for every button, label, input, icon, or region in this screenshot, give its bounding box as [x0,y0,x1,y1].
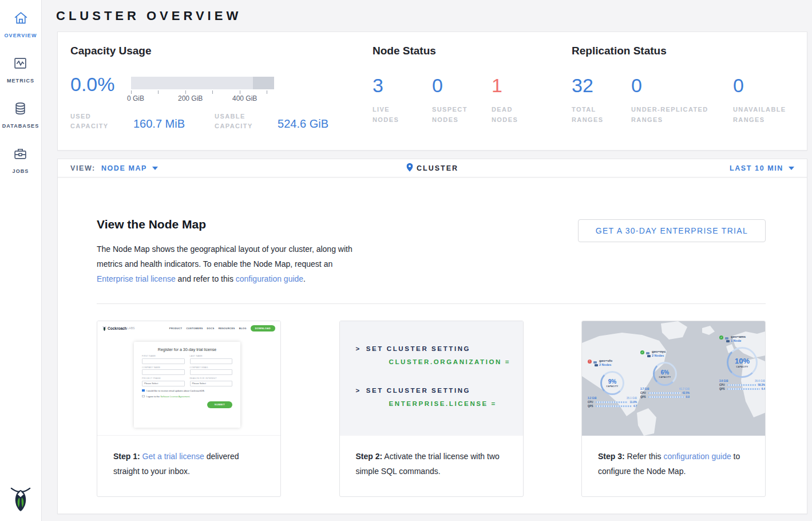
mini-input [142,358,185,364]
main-content: CLUSTER OVERVIEW Capacity Usage 0.0% 0 G… [42,9,812,514]
capacity-gauge: 0 GiB 200 GiB 400 GiB [131,77,274,102]
region-capacity-pct: 6% [661,369,669,376]
mini-form-title: Register for a 30-day trial license [142,348,232,352]
mini-input [142,369,185,375]
cluster-summary-card: Capacity Usage 0.0% 0 GiB 200 GiB 400 Gi… [57,31,807,151]
view-label: VIEW: [70,164,96,172]
region-node-count: 1 Node [731,339,746,342]
total-ranges-value: 32 [572,74,631,96]
mini-submit-button: SUBMIT [207,401,232,408]
view-value: NODE MAP [101,164,147,172]
capacity-gauge-bar [131,77,274,89]
healthy-badge-icon: ✓ [719,336,723,340]
suspect-nodes-stat: 0 SUSPECT NODES [432,74,492,125]
region-total: 36.6 GiB [755,380,765,382]
brand-name: Cockroach [108,326,127,330]
chevron-down-icon [789,167,794,170]
mini-field-label: REASON FOR INTEREST [190,377,233,380]
map-node-nyc: ✓ geo=nyc 2 Nodes 6% CAPACITY [640,350,690,398]
view-selector[interactable]: VIEW: NODE MAP [70,164,158,172]
enterprise-trial-button[interactable]: GET A 30-DAY ENTERPRISE TRIAL [578,219,766,242]
region-node-count: 2 Nodes [652,354,666,357]
sidebar-item-overview[interactable]: OVERVIEW [4,10,37,38]
chevron-down-icon [152,167,158,170]
sql-commands-illustration: >SET CLUSTER SETTING CLUSTER.ORGANIZATIO… [340,321,523,436]
sidebar-item-label: DATABASES [2,123,39,129]
node-status-title: Node Status [373,45,572,57]
qps-bar [648,396,684,398]
mini-nav-item: PRODUCT [169,327,183,330]
mini-register-form: Register for a 30-day trial license FIRS… [134,342,240,428]
sidebar-item-label: JOBS [13,168,29,174]
map-node-sfo: ! geo=sfo 2 Nodes 9% CAPACITY [588,359,637,408]
used-capacity-value: 160.7 MiB [133,117,185,131]
replication-status-title: Replication Status [572,45,793,57]
node-map-preview-image: ! geo=sfo 2 Nodes 9% CAPACITY [582,321,765,436]
node-map-panel: View the Node Map The Node Map shows the… [57,177,807,514]
live-nodes-label: LIVE NODES [373,104,413,125]
sidebar-item-metrics[interactable]: METRICS [7,56,34,84]
step-2-prefix: Step 2: [356,452,383,461]
live-nodes-value: 3 [373,74,432,96]
page-title: CLUSTER OVERVIEW [56,9,807,23]
cockroach-labs-logo[interactable] [10,486,31,514]
step-2-card: >SET CLUSTER SETTING CLUSTER.ORGANIZATIO… [339,321,524,497]
region-total: 35.1 GiB [627,397,637,400]
suspect-nodes-label: SUSPECT NODES [432,104,478,125]
sidebar-item-jobs[interactable]: JOBS [13,146,29,174]
enterprise-trial-license-link[interactable]: Enterprise trial license [97,274,176,283]
map-node-ams: ✓ geo=ams 1 Node 10% CAPACITY [719,335,765,390]
sidebar-item-databases[interactable]: DATABASES [2,101,39,129]
mini-field-label: COMPANY NAME [142,366,185,369]
nodes-cube-icon [646,350,651,360]
configuration-guide-link[interactable]: configuration guide [236,274,303,283]
mini-field-label: COMPANY EMAIL [190,366,233,369]
mini-field-label: PROJECT PHASE [142,377,185,380]
unavailable-ranges-value: 0 [733,74,793,96]
region-used: 3.2 GiB [588,397,597,400]
region-used: 3.6 GiB [719,380,728,382]
mini-select: Please Select [142,381,185,386]
trial-license-site-screenshot: Cockroach LABS PRODUCT CUSTOMERS DOCS RE… [97,321,280,436]
healthy-badge-icon: ✓ [640,350,644,354]
qps-bar [596,405,632,407]
region-name: geo=nyc [652,350,666,353]
capacity-label: CAPACITY [659,376,671,378]
get-trial-license-link[interactable]: Get a trial license [142,452,204,461]
mini-nav-item: BLOG [239,327,247,330]
mini-download-button: DOWNLOAD [251,325,275,331]
capacity-ring-gauge: 6% CAPACITY [653,362,677,386]
cpu-value: 11.0% [629,401,637,404]
time-range-selector[interactable]: LAST 10 MIN [730,164,794,172]
cpu-label: CPU [588,401,594,404]
under-replicated-stat: 0 UNDER-REPLICATED RANGES [631,74,733,125]
cockroach-labs-mini-logo: Cockroach LABS [102,326,135,331]
configuration-guide-link[interactable]: configuration guide [663,452,731,461]
capacity-usage-title: Capacity Usage [70,45,373,57]
cpu-bar [596,401,628,403]
usable-capacity-value: 524.6 GiB [278,117,328,131]
view-bar: VIEW: NODE MAP CLUSTER LAST 10 MIN [57,159,807,177]
sql-command: SET CLUSTER SETTING [366,387,470,394]
step-3-prefix: Step 3: [598,452,625,461]
node-map-description: The Node Map shows the geographical layo… [97,242,359,286]
caption-text: Refer this [625,452,664,461]
cpu-bar [648,392,680,394]
region-capacity-pct: 9% [608,378,616,385]
mini-field-label: FIRST NAME [142,355,185,357]
description-text: and refer to this [176,274,236,283]
time-range-value: LAST 10 MIN [730,164,783,172]
region-name: geo=ams [731,335,746,338]
mini-checkbox-label: I agree to the Software License Agreemen… [146,395,191,398]
suspect-nodes-value: 0 [432,74,492,96]
cpu-label: CPU [719,384,726,386]
node-status-section: Node Status 3 LIVE NODES 0 SUSPECT NODES… [373,45,572,137]
total-ranges-stat: 32 TOTAL RANGES [572,74,631,125]
warning-badge-icon: ! [588,360,592,364]
metrics-chart-icon [13,56,28,73]
step-1-prefix: Step 1: [113,452,140,461]
database-icon [13,101,28,119]
briefcase-icon [13,146,28,164]
step-2-caption: Step 2: Activate the trial license with … [340,436,523,479]
capacity-label: CAPACITY [736,366,748,368]
